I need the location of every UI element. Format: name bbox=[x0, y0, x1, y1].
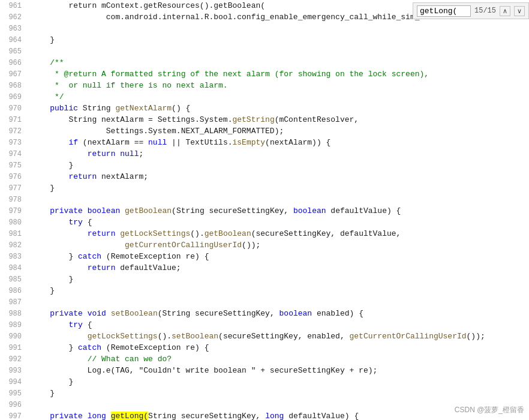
line-number: 980 bbox=[0, 218, 29, 227]
line-number: 971 bbox=[0, 116, 29, 124]
line-number: 963 bbox=[0, 25, 29, 33]
search-count: 15/15 bbox=[474, 7, 496, 15]
line-number: 973 bbox=[0, 139, 29, 147]
line-number: 981 bbox=[0, 230, 29, 238]
line-number: 966 bbox=[0, 59, 29, 67]
watermark: CSDN @菠萝_橙留香 bbox=[455, 405, 524, 415]
line-number: 994 bbox=[0, 378, 29, 386]
line-content: private void setBoolean(String secureSet… bbox=[29, 309, 529, 318]
line-number: 988 bbox=[0, 310, 29, 318]
code-line: 963 bbox=[0, 23, 529, 34]
code-line: 976 return nextAlarm; bbox=[0, 171, 529, 182]
line-number: 986 bbox=[0, 287, 29, 295]
code-line: 985 } bbox=[0, 274, 529, 285]
code-line: 986 } bbox=[0, 285, 529, 296]
line-number: 965 bbox=[0, 47, 29, 56]
code-line: 972 Settings.System.NEXT_ALARM_FORMATTED… bbox=[0, 125, 529, 137]
line-number: 962 bbox=[0, 13, 29, 22]
line-content: private boolean getBoolean(String secure… bbox=[29, 206, 529, 215]
line-content: return getLockSettings().getBoolean(secu… bbox=[29, 229, 529, 238]
code-line: 977 } bbox=[0, 182, 529, 194]
line-content: } bbox=[29, 161, 529, 170]
code-line: 997 private long getLong(String secureSe… bbox=[0, 410, 529, 420]
line-content: /** bbox=[29, 58, 529, 67]
line-number: 983 bbox=[0, 253, 29, 261]
code-line: 966 /** bbox=[0, 57, 529, 68]
line-number: 977 bbox=[0, 184, 29, 193]
code-line: 988 private void setBoolean(String secur… bbox=[0, 308, 529, 319]
code-line: 990 getLockSettings().setBoolean(secureS… bbox=[0, 331, 529, 342]
line-content: } bbox=[29, 389, 529, 398]
line-content: Log.e(TAG, "Couldn't write boolean " + s… bbox=[29, 366, 529, 375]
line-number: 989 bbox=[0, 321, 29, 329]
line-content: } bbox=[29, 275, 529, 284]
code-line: 983 } catch (RemoteException re) { bbox=[0, 251, 529, 262]
code-lines: 961 return mContext.getResources().getBo… bbox=[0, 0, 529, 420]
line-number: 992 bbox=[0, 355, 29, 364]
code-line: 968 * or null if there is no next alarm. bbox=[0, 80, 529, 91]
line-content: String nextAlarm = Settings.System.getSt… bbox=[29, 115, 529, 124]
search-bar[interactable]: 15/15 ∧ ∨ bbox=[413, 2, 529, 19]
line-number: 969 bbox=[0, 93, 29, 101]
code-line: 992 // What can we do? bbox=[0, 353, 529, 365]
line-number: 970 bbox=[0, 104, 29, 113]
line-content: return null; bbox=[29, 149, 529, 158]
line-content: try { bbox=[29, 218, 529, 227]
code-line: 964 } bbox=[0, 34, 529, 46]
code-line: 975 } bbox=[0, 160, 529, 171]
code-line: 971 String nextAlarm = Settings.System.g… bbox=[0, 114, 529, 125]
code-line: 991 } catch (RemoteException re) { bbox=[0, 342, 529, 353]
line-number: 997 bbox=[0, 412, 29, 421]
code-line: 989 try { bbox=[0, 319, 529, 331]
line-content: } bbox=[29, 377, 529, 386]
line-content: try { bbox=[29, 320, 529, 329]
line-content: } catch (RemoteException re) { bbox=[29, 343, 529, 352]
code-line: 984 return defaultValue; bbox=[0, 262, 529, 274]
code-line: 982 getCurrentOrCallingUserId()); bbox=[0, 239, 529, 251]
line-content: } catch (RemoteException re) { bbox=[29, 252, 529, 261]
line-number: 993 bbox=[0, 367, 29, 375]
code-line: 987 bbox=[0, 296, 529, 308]
line-number: 972 bbox=[0, 127, 29, 136]
code-line: 979 private boolean getBoolean(String se… bbox=[0, 205, 529, 217]
line-content: Settings.System.NEXT_ALARM_FORMATTED); bbox=[29, 127, 529, 136]
code-line: 993 Log.e(TAG, "Couldn't write boolean "… bbox=[0, 365, 529, 376]
line-number: 995 bbox=[0, 389, 29, 398]
line-content: getCurrentOrCallingUserId()); bbox=[29, 241, 529, 250]
code-line: 967 * @return A formatted string of the … bbox=[0, 68, 529, 80]
line-content: * @return A formatted string of the next… bbox=[29, 70, 529, 79]
line-number: 964 bbox=[0, 36, 29, 44]
line-number: 968 bbox=[0, 82, 29, 90]
line-number: 979 bbox=[0, 207, 29, 215]
line-content: } bbox=[29, 35, 529, 44]
code-line: 970 public String getNextAlarm() { bbox=[0, 103, 529, 114]
search-input[interactable] bbox=[417, 5, 471, 17]
line-number: 990 bbox=[0, 332, 29, 341]
line-content: } bbox=[29, 184, 529, 193]
code-line: 994 } bbox=[0, 376, 529, 388]
code-editor: 15/15 ∧ ∨ 961 return mContext.getResourc… bbox=[0, 0, 529, 420]
code-line: 996 bbox=[0, 399, 529, 410]
line-number: 961 bbox=[0, 2, 29, 10]
line-number: 985 bbox=[0, 275, 29, 284]
code-line: 995 } bbox=[0, 388, 529, 399]
line-content: return defaultValue; bbox=[29, 263, 529, 272]
line-content: public String getNextAlarm() { bbox=[29, 104, 529, 113]
code-line: 974 return null; bbox=[0, 148, 529, 160]
line-number: 975 bbox=[0, 161, 29, 170]
line-number: 984 bbox=[0, 264, 29, 272]
search-next-button[interactable]: ∨ bbox=[514, 6, 525, 16]
code-line: 969 */ bbox=[0, 91, 529, 103]
line-content: */ bbox=[29, 92, 529, 101]
line-number: 974 bbox=[0, 150, 29, 158]
line-number: 987 bbox=[0, 298, 29, 307]
line-number: 967 bbox=[0, 70, 29, 79]
line-number: 991 bbox=[0, 344, 29, 352]
line-content: * or null if there is no next alarm. bbox=[29, 81, 529, 90]
line-content: return nextAlarm; bbox=[29, 172, 529, 181]
line-content: } bbox=[29, 286, 529, 295]
line-number: 978 bbox=[0, 196, 29, 204]
code-line: 980 try { bbox=[0, 217, 529, 228]
line-number: 996 bbox=[0, 401, 29, 409]
search-prev-button[interactable]: ∧ bbox=[500, 6, 510, 16]
